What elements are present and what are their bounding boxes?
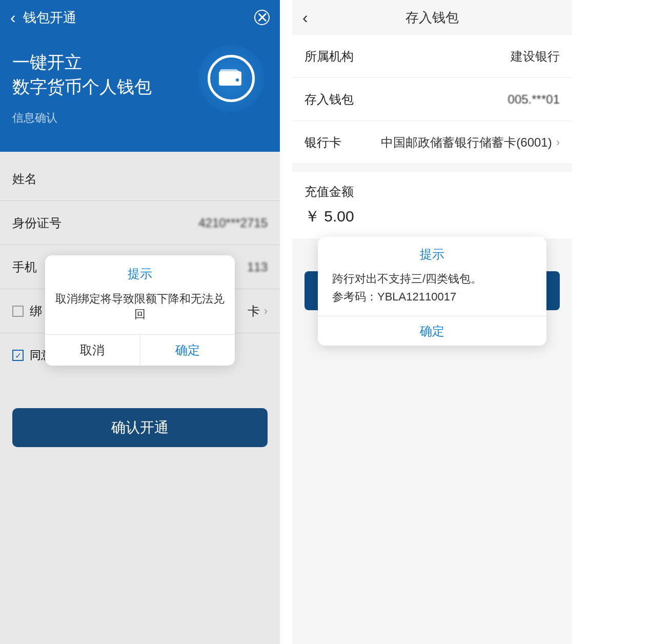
alert-dialog: 提示 取消绑定将导致限额下降和无法兑回 取消 确定 [45,255,235,366]
nav-bar: ‹ 存入钱包 [292,0,572,35]
row-id[interactable]: 身份证号 4210***2715 [0,201,280,245]
wallet-label: 存入钱包 [304,91,354,108]
name-label: 姓名 [12,171,37,187]
amount-label: 充值金额 [292,172,572,203]
cancel-button[interactable]: 取消 [45,335,140,366]
confirm-open-button[interactable]: 确认开通 [12,408,268,447]
screen-deposit: ‹ 存入钱包 所属机构 建设银行 存入钱包 005.***01 银行卡 中国邮政… [292,0,572,644]
row-name[interactable]: 姓名 [0,157,280,201]
org-value: 建设银行 [511,48,560,65]
page-title: 存入钱包 [292,9,572,27]
wallet-icon [198,45,265,112]
card-value: 中国邮政储蓄银行储蓄卡(6001) [381,134,552,151]
dialog-title: 提示 [318,237,546,266]
phone-label: 手机 [12,259,37,275]
phone-value: 113 [247,260,268,274]
dialog-body-line2: 参考码：YBLA12110017 [332,288,532,306]
hero-subtitle: 信息确认 [12,110,152,126]
id-label: 身份证号 [12,215,62,231]
screen-wallet-open: ‹ 钱包开通 ✕ 一键开立 数字货币个人钱包 信息确认 姓名 身份证号 [0,0,280,644]
page-title: 钱包开通 [23,9,76,27]
back-icon[interactable]: ‹ [10,8,16,27]
bind-label: 绑 [30,303,42,319]
hero-title-line1: 一键开立 [12,50,152,75]
row-bank-card[interactable]: 银行卡 中国邮政储蓄银行储蓄卡(6001) › [292,121,572,164]
bind-checkbox[interactable] [12,306,24,317]
org-label: 所属机构 [304,48,354,65]
ok-button[interactable]: 确定 [318,316,546,346]
agree-checkbox[interactable]: ✓ [12,350,24,361]
hero-title-line2: 数字货币个人钱包 [12,75,152,99]
chevron-right-icon: › [556,136,560,149]
dialog-title: 提示 [45,255,235,285]
dialog-body: 取消绑定将导致限额下降和无法兑回 [45,285,235,334]
close-icon[interactable]: ✕ [254,10,270,25]
alert-dialog: 提示 跨行对出不支持三/四类钱包。 参考码：YBLA12110017 确定 [318,237,546,346]
chevron-right-icon: › [264,305,268,318]
row-deposit-wallet: 存入钱包 005.***01 [292,78,572,121]
id-value: 4210***2715 [198,216,268,230]
header-hero: ‹ 钱包开通 ✕ 一键开立 数字货币个人钱包 信息确认 [0,0,280,152]
amount-value: ￥ 5.00 [292,203,572,238]
bind-suffix: 卡 [248,303,260,319]
ok-button[interactable]: 确定 [140,335,235,366]
row-institution: 所属机构 建设银行 [292,35,572,78]
dialog-body-line1: 跨行对出不支持三/四类钱包。 [332,270,532,288]
card-label: 银行卡 [304,134,341,151]
wallet-value: 005.***01 [508,92,560,107]
nav-bar: ‹ 钱包开通 ✕ [0,0,280,35]
